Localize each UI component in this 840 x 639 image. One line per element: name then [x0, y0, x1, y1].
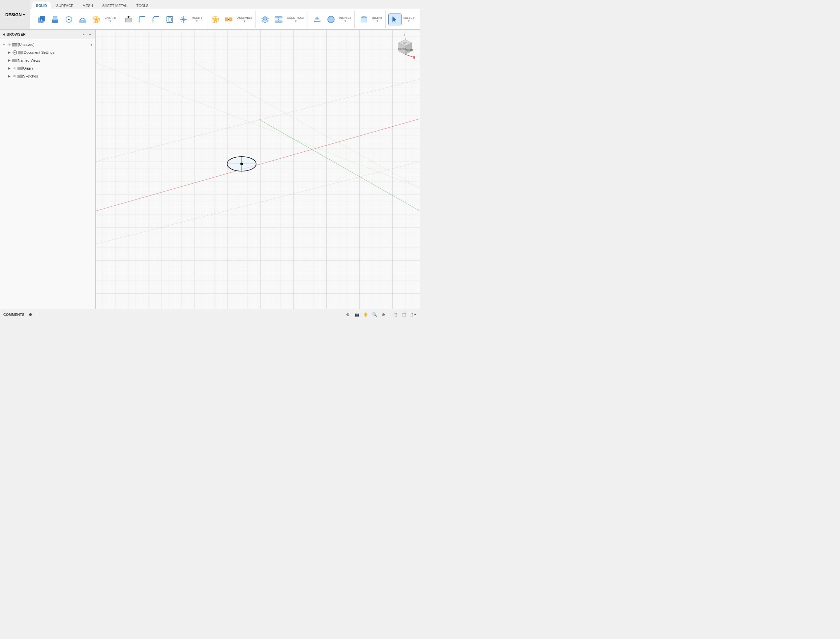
viewport[interactable]: Z X TOP RIGHT FRONT	[95, 30, 420, 309]
bottom-bar: COMMENTS ⊕ ⊕ 📷 ✋ 🔍 ⊕ ⬚ ⬚ ⬚ ▾	[0, 309, 420, 320]
extrude-icon	[51, 15, 60, 24]
sweep-button[interactable]	[76, 14, 89, 25]
tree-arrow-unsaved: ▼	[1, 42, 6, 47]
assemble-group: ASSEMBLE ▾	[207, 11, 256, 28]
tree-label-sketches: Sketches	[23, 74, 94, 78]
svg-rect-37	[17, 75, 23, 78]
modify-label: MODIFY ▾	[191, 16, 204, 23]
select-label: SELECT ▾	[402, 16, 415, 23]
zoom-button[interactable]: 🔍	[370, 311, 378, 318]
joint-icon	[211, 15, 220, 24]
browser-menu-button[interactable]: ≡	[87, 32, 93, 37]
svg-rect-31	[12, 44, 17, 46]
tree-item-origin[interactable]: ▶ 👁 Origin	[0, 64, 95, 72]
tree-arrow-named-views: ▶	[6, 58, 12, 63]
extrude-button[interactable]	[49, 14, 62, 25]
press-pull-icon	[124, 15, 133, 24]
pan-button[interactable]: ✋	[362, 311, 370, 318]
tree-item-sketches[interactable]: ▶ 👁 Sketches	[0, 72, 95, 80]
svg-rect-12	[168, 18, 171, 21]
zoom-fit-button[interactable]: ⊕	[380, 311, 387, 318]
select-group: SELECT ▾	[386, 11, 418, 28]
joint-button[interactable]	[209, 14, 222, 25]
tree-label-unsaved: (Unsaved)	[18, 43, 89, 46]
tree-label-doc-settings: Document Settings	[24, 51, 94, 54]
fillet-button[interactable]	[135, 14, 149, 25]
svg-marker-29	[392, 16, 397, 23]
measure-button[interactable]	[311, 14, 324, 25]
svg-rect-35	[12, 59, 17, 62]
tree-folder-named-views	[12, 57, 18, 63]
construct-group: CONSTRUCT ▾	[256, 11, 308, 28]
browser-title: BROWSER	[3, 32, 25, 37]
svg-rect-34	[18, 51, 24, 54]
new-component-icon: +	[37, 15, 46, 24]
cube-indicator[interactable]: Z X TOP RIGHT FRONT	[394, 33, 417, 56]
insert-button[interactable]	[357, 14, 370, 25]
orbit-button[interactable]: ⊕	[344, 311, 352, 318]
tree-folder-sketches	[17, 73, 23, 79]
tab-tools[interactable]: TOOLS	[132, 2, 153, 9]
select-button[interactable]	[388, 14, 402, 25]
bottom-controls: ⊕ 📷 ✋ 🔍 ⊕ ⬚ ⬚ ⬚ ▾	[344, 311, 417, 318]
modify-group: MODIFY ▾	[120, 11, 206, 28]
svg-rect-8	[79, 20, 86, 23]
fillet-icon	[138, 15, 147, 24]
chamfer-button[interactable]	[149, 14, 162, 25]
tree-eye-unsaved[interactable]: 👁	[6, 42, 12, 47]
browser-tree: ▼ 👁 (Unsaved) ● ▶	[0, 39, 95, 309]
offset-plane-button[interactable]	[259, 14, 272, 25]
tab-surface[interactable]: SURFACE	[52, 2, 78, 9]
tree-item-unsaved[interactable]: ▼ 👁 (Unsaved) ●	[0, 41, 95, 48]
tree-folder-unsaved	[12, 41, 18, 48]
as-built-joint-button[interactable]	[222, 14, 236, 25]
shell-button[interactable]	[163, 14, 176, 25]
tree-icon-doc-settings	[12, 49, 18, 56]
browser-panel: BROWSER ◂ ≡ ▼ 👁 (Unsaved) ●	[0, 30, 95, 309]
tab-solid[interactable]: SOLID	[32, 2, 51, 9]
create-label: CREATE ▾	[103, 16, 117, 23]
design-button[interactable]: DESIGN	[0, 0, 30, 29]
shell-icon	[165, 15, 175, 24]
svg-point-13	[182, 19, 184, 21]
tab-row: SOLID SURFACE MESH SHEET METAL TOOLS	[30, 0, 420, 9]
new-component-button[interactable]: +	[35, 14, 48, 25]
loft-button[interactable]	[90, 14, 103, 25]
svg-text:+: +	[41, 19, 43, 22]
svg-rect-28	[361, 17, 367, 22]
tool-row: +	[30, 9, 420, 29]
tree-item-named-views[interactable]: ▶ Named Views	[0, 56, 95, 64]
svg-point-33	[14, 52, 16, 53]
tab-sheet-metal[interactable]: SHEET METAL	[98, 2, 131, 9]
tab-mesh[interactable]: MESH	[78, 2, 97, 9]
tree-item-doc-settings[interactable]: ▶ Document Settings	[0, 48, 95, 56]
insert-icon	[359, 15, 368, 24]
comments-add-button[interactable]: ⊕	[26, 311, 34, 318]
tree-eye-origin[interactable]: 👁	[12, 66, 17, 71]
tree-label-named-views: Named Views	[18, 58, 94, 62]
pan-camera-button[interactable]: 📷	[353, 311, 360, 318]
construct-label: CONSTRUCT ▾	[286, 16, 306, 23]
grid-options-button[interactable]: ⬚ ▾	[409, 311, 417, 318]
tree-eye-sketches[interactable]: 👁	[12, 73, 17, 79]
bottom-left: COMMENTS ⊕	[3, 311, 38, 318]
browser-collapse-button[interactable]: ◂	[81, 32, 86, 37]
scale-button[interactable]	[177, 14, 190, 25]
as-built-joint-icon	[224, 15, 233, 24]
midplane-button[interactable]	[272, 14, 285, 25]
svg-text:FRONT: FRONT	[398, 48, 407, 51]
section-analysis-button[interactable]	[324, 14, 338, 25]
comments-label: COMMENTS	[3, 313, 24, 316]
select-icon	[390, 15, 400, 24]
view-options-button[interactable]: ⬚	[400, 311, 408, 318]
svg-rect-16	[229, 17, 232, 21]
display-mode-button[interactable]: ⬚	[391, 311, 399, 318]
chamfer-icon	[151, 15, 160, 24]
revolve-button[interactable]	[62, 14, 76, 25]
press-pull-button[interactable]	[122, 14, 135, 25]
browser-header: BROWSER ◂ ≡	[0, 30, 95, 39]
insert-label: INSERT ▾	[371, 16, 384, 23]
scale-icon	[179, 15, 188, 24]
loft-icon	[92, 15, 101, 24]
assemble-label: ASSEMBLE ▾	[236, 16, 254, 23]
